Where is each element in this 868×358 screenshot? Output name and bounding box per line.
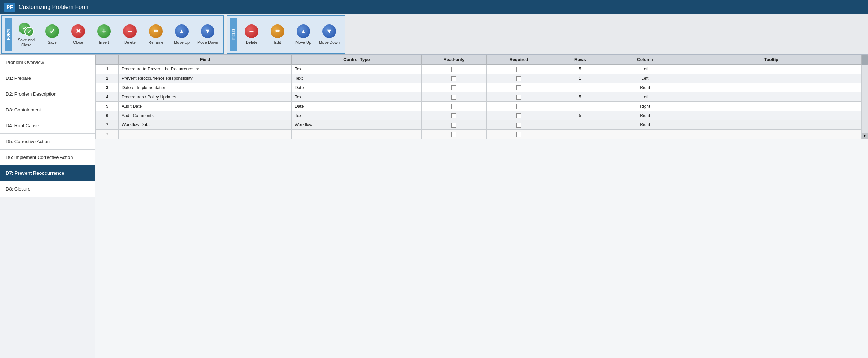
sidebar-item-d8[interactable]: D8: Closure [0,181,95,197]
field-cell-5[interactable]: Audit Date [119,102,292,111]
tooltip-cell-6 [681,111,862,120]
readonly-checkbox-6[interactable] [451,113,456,118]
required-cell-5[interactable] [487,102,551,111]
required-checkbox-4[interactable] [516,95,521,100]
sidebar-item-d7[interactable]: D7: Prevent Reoccurrence [0,165,95,181]
delete-form-label: Delete [124,40,136,45]
save-and-close-button[interactable]: ✓ ✓ Save and Close [14,18,39,51]
row-num-5: 5 [96,102,119,111]
required-cell-7[interactable] [487,120,551,129]
required-cell-3[interactable] [487,83,551,92]
field-cell-3[interactable]: Date of Implementation [119,83,292,92]
required-cell-4[interactable] [487,92,551,102]
readonly-cell-7[interactable] [421,120,486,129]
sidebar-item-d1[interactable]: D1: Prepare [0,70,95,86]
readonly-cell-4[interactable] [421,92,486,102]
dropdown-arrow-1: ▼ [196,67,199,71]
table-row-new: + [96,129,862,139]
tooltip-cell-4 [681,92,862,102]
grid-wrapper: Field Control Type Read-only Required Ro… [95,55,868,139]
control-cell-6: Text [292,111,422,120]
sidebar-item-d2[interactable]: D2: Problem Description [0,86,95,102]
delete-field-button[interactable]: − Delete [239,18,264,51]
field-cell-6[interactable]: Audit Comments [119,111,292,120]
rows-cell-5 [551,102,609,111]
edit-field-label: Edit [274,40,281,45]
readonly-cell-5[interactable] [421,102,486,111]
move-down-field-button[interactable]: ▼ Move Down [317,18,342,51]
field-cell-2[interactable]: Prevent Reoccurrence Responsibility [119,74,292,83]
readonly-checkbox-7[interactable] [451,123,456,128]
readonly-cell-3[interactable] [421,83,486,92]
row-num-1: 1 [96,65,119,74]
col-header-control-type: Control Type [292,55,422,65]
field-cell-1[interactable]: Procedure to Prevent the Recurrence ▼ [119,65,292,74]
control-cell-2: Text [292,74,422,83]
field-cell-7[interactable]: Workflow Data [119,120,292,129]
table-row: 6 Audit Comments Text 5 Right [96,111,862,120]
scrollbar-thumb[interactable] [862,55,868,65]
delete-form-button[interactable]: − Delete [117,18,143,51]
required-cell-1[interactable] [487,65,551,74]
required-checkbox-7[interactable] [516,123,521,128]
sidebar-item-d3[interactable]: D3: Containment [0,102,95,118]
required-cell-6[interactable] [487,111,551,120]
rows-cell-3 [551,83,609,92]
field-cell-new[interactable] [119,129,292,139]
rows-cell-7 [551,120,609,129]
required-checkbox-2[interactable] [516,76,521,81]
required-cell-new[interactable] [487,129,551,139]
scrollbar-bottom[interactable]: ▼ [862,133,868,139]
col-header-column: Column [609,55,681,65]
insert-form-button[interactable]: + Insert [91,18,117,51]
toolbar: FORM ✓ ✓ Save and Close ✓ Save [0,14,868,55]
move-down-form-button[interactable]: ▼ Move Down [195,18,220,51]
required-checkbox-3[interactable] [516,85,521,90]
control-cell-7: Workflow [292,120,422,129]
rows-cell-2: 1 [551,74,609,83]
form-group-label: FORM [5,18,12,51]
column-cell-2: Left [609,74,681,83]
table-row: 1 Procedure to Prevent the Recurrence ▼ … [96,65,862,74]
save-button[interactable]: ✓ Save [40,18,65,51]
edit-field-button[interactable]: ✏ Edit [265,18,290,51]
control-cell-1: Text [292,65,422,74]
move-up-form-button[interactable]: ▲ Move Up [169,18,194,51]
readonly-cell-1[interactable] [421,65,486,74]
sidebar-item-problem-overview[interactable]: Problem Overview [0,55,95,70]
sidebar-item-d4[interactable]: D4: Root Cause [0,118,95,134]
required-checkbox-5[interactable] [516,104,521,109]
control-cell-3: Date [292,83,422,92]
required-cell-2[interactable] [487,74,551,83]
sidebar-item-d5[interactable]: D5: Corrective Action [0,134,95,150]
required-checkbox-new[interactable] [516,132,521,137]
readonly-checkbox-1[interactable] [451,67,456,72]
tooltip-cell-5 [681,102,862,111]
column-cell-new [609,129,681,139]
column-cell-5: Right [609,102,681,111]
rows-cell-6: 5 [551,111,609,120]
readonly-checkbox-2[interactable] [451,76,456,81]
readonly-checkbox-5[interactable] [451,104,456,109]
readonly-cell-new[interactable] [421,129,486,139]
save-label: Save [48,40,56,45]
move-down-field-label: Move Down [319,40,340,45]
sidebar-item-d6[interactable]: D6: Implement Corrective Action [0,150,95,165]
column-cell-7: Right [609,120,681,129]
move-up-field-button[interactable]: ▲ Move Up [291,18,316,51]
table-row: 4 Procedures / Policy Updates Text 5 Lef… [96,92,862,102]
required-checkbox-1[interactable] [516,67,521,72]
readonly-cell-6[interactable] [421,111,486,120]
readonly-cell-2[interactable] [421,74,486,83]
scrollbar[interactable]: ▼ [862,55,868,139]
close-button[interactable]: ✕ Close [65,18,91,51]
rename-form-label: Rename [148,40,163,45]
rename-form-button[interactable]: ✏ Rename [143,18,168,51]
required-checkbox-6[interactable] [516,113,521,118]
move-up-field-label: Move Up [295,40,311,45]
readonly-checkbox-4[interactable] [451,95,456,100]
readonly-checkbox-3[interactable] [451,85,456,90]
readonly-checkbox-new[interactable] [451,132,456,137]
field-cell-4[interactable]: Procedures / Policy Updates [119,92,292,102]
row-num-6: 6 [96,111,119,120]
